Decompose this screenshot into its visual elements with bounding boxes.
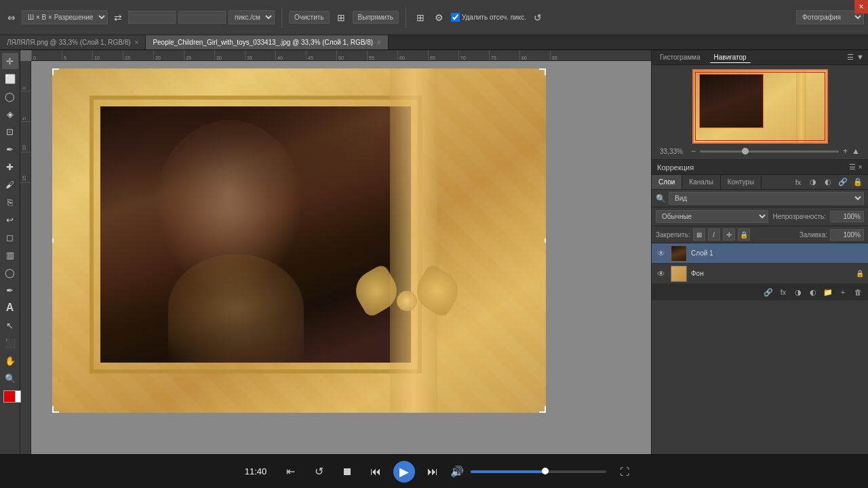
progress-thumb[interactable] (542, 468, 549, 474)
layer-mask-btn[interactable]: ◑ (792, 286, 804, 298)
healing-tool[interactable]: ✚ (2, 159, 18, 175)
crop-handle-tr[interactable] (539, 68, 546, 75)
shape-tool[interactable]: ⬛ (2, 335, 18, 351)
hand-tool[interactable]: ✋ (2, 352, 18, 369)
crop-handle-tl[interactable] (52, 68, 59, 75)
tab-layers[interactable]: Слои (652, 175, 682, 189)
layer-fx-icon[interactable]: fx (792, 176, 804, 188)
eyedropper-tool[interactable]: ✒ (2, 141, 18, 157)
layer-lock2-icon[interactable]: 🔒 (852, 176, 864, 188)
gradient-tool[interactable]: ▥ (2, 247, 18, 263)
correction-close-icon[interactable]: × (859, 163, 863, 171)
next-button[interactable]: ⏭ (422, 461, 443, 483)
rewind-button[interactable]: ⇤ (279, 461, 301, 483)
tab-paths[interactable]: Контуры (721, 175, 762, 189)
dodge-tool[interactable]: ◯ (2, 264, 18, 281)
fullscreen-button[interactable]: ⛶ (620, 466, 629, 477)
move-tool[interactable]: ✛ (2, 53, 18, 69)
prev-button[interactable]: ⏮ (365, 461, 387, 483)
zoom-slider[interactable] (700, 150, 839, 152)
tab-2[interactable]: People_Children_Girl_with_toys_033413_.j… (146, 35, 388, 49)
layer-adj-btn[interactable]: ◐ (807, 286, 819, 298)
crop-handle-ml[interactable] (52, 239, 56, 243)
brush-tool[interactable]: 🖌 (2, 176, 18, 192)
layer-1-visibility[interactable]: 👁 (656, 248, 667, 259)
lock-pixels-btn[interactable]: ⊠ (693, 228, 705, 241)
straighten-button[interactable]: Выпрямить (353, 11, 399, 24)
shape-select[interactable]: Ш × В × Разрешение (22, 10, 108, 24)
layer-adj-icon[interactable]: ◐ (822, 176, 834, 188)
fill-input[interactable] (830, 229, 864, 241)
tab-1-close[interactable]: × (135, 39, 139, 46)
progress-bar[interactable] (471, 470, 606, 473)
correction-header: Коррекция ☰ × (652, 160, 868, 175)
zoom-tool[interactable]: 🔍 (2, 370, 18, 386)
layer-style-btn[interactable]: fx (777, 286, 789, 298)
swap-icon[interactable]: ⇄ (111, 10, 125, 25)
text-tool[interactable]: A (2, 300, 18, 316)
reset-icon[interactable]: ⊞ (334, 10, 349, 25)
height-input[interactable] (178, 11, 226, 24)
photo-preset-select[interactable]: Фотография (796, 10, 864, 24)
grid-icon[interactable]: ⊞ (413, 10, 428, 25)
layer-link-btn[interactable]: 🔗 (762, 286, 774, 298)
history-brush-tool[interactable]: ↩ (2, 211, 18, 228)
quick-select-tool[interactable]: ◈ (2, 106, 18, 122)
layer-filter-select[interactable]: Вид (669, 192, 864, 205)
canvas-container[interactable] (31, 61, 651, 454)
tab-1[interactable]: ЛЯЛЯЛЯ.png @ 33,3% (Слой 1, RGB/8) × (0, 35, 146, 49)
eraser-tool[interactable]: ◻ (2, 229, 18, 245)
layer-new-btn[interactable]: + (837, 286, 849, 298)
progress-fill (471, 470, 545, 473)
path-select-tool[interactable]: ↖ (2, 317, 18, 333)
settings-icon[interactable]: ⚙ (432, 10, 447, 25)
tab-2-close[interactable]: × (377, 39, 381, 46)
resolution-select[interactable]: пикс./см (229, 10, 275, 24)
layer-item-fon[interactable]: 👁 Фон 🔒 (652, 264, 868, 284)
clone-tool[interactable]: ⎘ (2, 194, 18, 210)
tab-channels[interactable]: Каналы (682, 175, 721, 189)
layer-2-visibility[interactable]: 👁 (656, 268, 667, 279)
canvas-area[interactable]: 0 5 10 15 20 25 30 35 40 45 50 55 60 65 … (20, 50, 651, 454)
zoom-in-icon[interactable]: + (843, 146, 848, 156)
crop-handle-mr[interactable] (542, 239, 546, 243)
lock-all-btn[interactable]: 🔒 (738, 228, 750, 241)
lock-position-btn[interactable]: ✛ (723, 228, 735, 241)
window-close-button[interactable]: × (854, 0, 868, 14)
loop-button[interactable]: ↺ (308, 461, 330, 483)
width-input[interactable] (128, 11, 176, 24)
delete-trim-checkbox[interactable] (451, 13, 460, 22)
undo-icon[interactable]: ↺ (530, 10, 545, 25)
layer-link-icon[interactable]: 🔗 (837, 176, 849, 188)
crop-handle-bl[interactable] (52, 406, 59, 413)
layer-2-lock-icon: 🔒 (856, 270, 864, 277)
zoom-max-icon[interactable]: ▲ (852, 146, 860, 156)
correction-menu-icon[interactable]: ☰ (849, 163, 856, 171)
top-toolbar: ⇔ Ш × В × Разрешение ⇄ пикс./см Очистить… (0, 0, 868, 35)
move-arrows-icon[interactable]: ⇔ (4, 10, 19, 25)
bow-right (410, 263, 465, 319)
crop-handle-br[interactable] (539, 406, 546, 413)
layer-mask-icon[interactable]: ◑ (807, 176, 819, 188)
panel-collapse-icon[interactable]: ▼ (856, 53, 864, 62)
pen-tool[interactable]: ✒ (2, 282, 18, 298)
blend-mode-select[interactable]: Обычные (656, 210, 768, 223)
crop-tool[interactable]: ⊡ (2, 123, 18, 140)
layer-delete-btn[interactable]: 🗑 (852, 286, 864, 298)
play-button[interactable]: ▶ (393, 461, 415, 483)
panel-menu-icon[interactable]: ☰ (847, 53, 854, 62)
marquee-tool[interactable]: ⬜ (2, 70, 18, 87)
layer-folder-btn[interactable]: 📁 (822, 286, 834, 298)
layer-item-sloy1[interactable]: 👁 Слой 1 (652, 243, 868, 264)
tab-histogram[interactable]: Гистограмма (656, 52, 705, 62)
stop-button[interactable]: ⏹ (336, 461, 358, 483)
tab-navigator[interactable]: Навигатор (710, 52, 751, 63)
lasso-tool[interactable]: ◯ (2, 88, 18, 104)
opacity-input[interactable] (830, 211, 864, 222)
zoom-out-icon[interactable]: − (691, 146, 696, 156)
volume-icon[interactable]: 🔊 (450, 465, 464, 478)
clear-button[interactable]: Очистить (289, 11, 330, 24)
lock-paint-btn[interactable]: / (708, 228, 720, 241)
filter-icon[interactable]: 🔍 (656, 194, 666, 203)
foreground-color[interactable] (3, 390, 16, 403)
